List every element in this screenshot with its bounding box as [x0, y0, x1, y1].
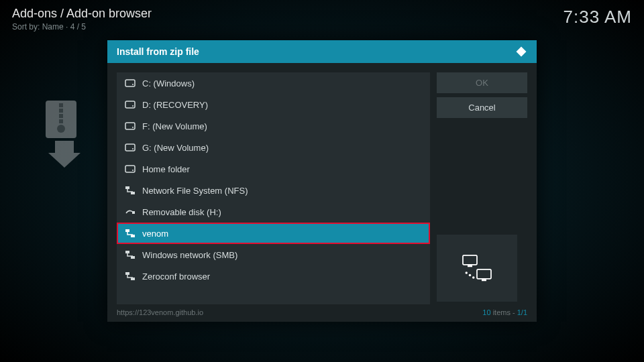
network-icon — [125, 228, 136, 239]
file-item[interactable]: venom — [117, 223, 430, 244]
svg-point-30 — [469, 274, 472, 277]
file-item[interactable]: C: (Windows) — [117, 72, 430, 94]
dialog-titlebar: Install from zip file — [107, 40, 537, 63]
file-item-label: G: (New Volume) — [142, 143, 209, 153]
svg-rect-19 — [125, 229, 129, 232]
footer-item-count: 10 items - 1/1 — [482, 308, 527, 316]
ok-button[interactable]: OK — [437, 72, 527, 93]
drive-icon — [125, 121, 136, 131]
footer-path: https://123venom.github.io — [117, 308, 203, 316]
svg-rect-26 — [468, 265, 472, 267]
dialog-footer: https://123venom.github.io 10 items - 1/… — [107, 304, 537, 322]
drive-icon — [125, 142, 136, 153]
svg-rect-18 — [132, 211, 135, 214]
file-item-label: C: (Windows) — [142, 78, 195, 88]
file-item[interactable]: F: (New Volume) — [117, 115, 430, 137]
svg-point-31 — [472, 276, 475, 279]
svg-rect-10 — [125, 123, 135, 129]
svg-rect-2 — [59, 109, 63, 113]
svg-rect-21 — [125, 251, 129, 253]
file-item-label: F: (New Volume) — [142, 121, 207, 131]
file-item[interactable]: D: (RECOVERY) — [117, 94, 430, 115]
network-icon — [125, 249, 136, 260]
svg-rect-27 — [477, 269, 491, 279]
file-item-label: Removable disk (H:) — [142, 207, 221, 217]
svg-rect-3 — [59, 114, 63, 118]
drive-icon — [125, 78, 136, 88]
usb-icon — [125, 206, 136, 217]
file-item-label: Zeroconf browser — [142, 272, 210, 282]
svg-rect-23 — [125, 272, 129, 275]
drive-icon — [125, 164, 136, 174]
file-item[interactable]: Zeroconf browser — [117, 265, 430, 287]
drive-icon — [125, 99, 136, 110]
file-item[interactable]: G: (New Volume) — [117, 137, 430, 158]
file-item[interactable]: Network File System (NFS) — [117, 180, 430, 201]
sort-by-line: Sort by: Name · 4 / 5 — [12, 22, 152, 32]
svg-rect-12 — [125, 144, 135, 151]
file-item[interactable]: Home folder — [117, 158, 430, 180]
file-item-label: Network File System (NFS) — [142, 186, 248, 196]
svg-rect-16 — [125, 186, 129, 189]
svg-point-29 — [466, 272, 468, 274]
file-item-label: venom — [142, 229, 168, 239]
svg-point-5 — [57, 125, 65, 133]
install-zip-dialog: Install from zip file C: (Windows)D: (RE… — [107, 40, 537, 322]
svg-rect-4 — [59, 119, 63, 123]
svg-rect-8 — [125, 101, 135, 108]
svg-point-11 — [132, 127, 133, 128]
zip-install-icon — [42, 101, 89, 168]
breadcrumb: Add-ons / Add-on browser — [12, 7, 152, 21]
svg-point-13 — [132, 148, 133, 149]
svg-rect-6 — [125, 80, 135, 86]
file-browser-pane: C: (Windows)D: (RECOVERY)F: (New Volume)… — [117, 72, 430, 304]
preview-thumbnail — [437, 235, 517, 302]
svg-rect-1 — [59, 103, 63, 107]
file-item-label: Windows network (SMB) — [142, 250, 237, 260]
kodi-logo-icon — [515, 46, 527, 58]
file-item-label: D: (RECOVERY) — [142, 100, 208, 110]
svg-rect-28 — [482, 279, 486, 282]
svg-rect-14 — [125, 166, 135, 172]
svg-point-9 — [132, 105, 133, 107]
file-item-label: Home folder — [142, 164, 190, 174]
file-item[interactable]: Removable disk (H:) — [117, 201, 430, 223]
file-item[interactable]: Windows network (SMB) — [117, 244, 430, 265]
svg-rect-25 — [463, 255, 477, 265]
clock: 7:33 AM — [564, 7, 632, 27]
cancel-button[interactable]: Cancel — [437, 97, 527, 118]
svg-point-7 — [132, 84, 133, 85]
network-icon — [125, 185, 136, 196]
network-icon — [125, 271, 136, 282]
dialog-title-text: Install from zip file — [117, 46, 199, 57]
svg-point-15 — [132, 170, 133, 171]
